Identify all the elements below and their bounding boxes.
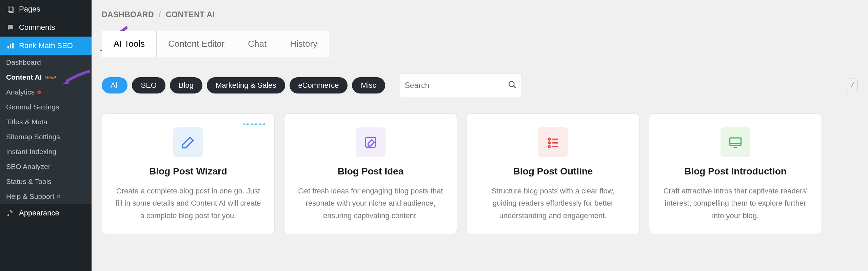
svg-point-5 <box>509 81 514 86</box>
svg-line-6 <box>513 86 516 88</box>
card-title: Blog Post Introduction <box>684 166 787 177</box>
tab-ai-tools[interactable]: AI Tools <box>102 31 157 57</box>
tabs: AI Tools Content Editor Chat History <box>102 31 858 57</box>
svg-point-8 <box>548 138 550 140</box>
sidebar-label: Rank Math SEO <box>19 41 73 50</box>
filter-blog[interactable]: Blog <box>170 77 202 93</box>
card-title: Blog Post Idea <box>338 166 403 177</box>
card-title: Blog Post Outline <box>513 166 593 177</box>
sidebar-subitem-instant-indexing[interactable]: Instant Indexing <box>0 144 92 159</box>
sidebar-item-comments[interactable]: Comments <box>0 18 92 37</box>
card-blog-post-outline[interactable]: Blog Post Outline Structure blog posts w… <box>467 113 639 234</box>
brush-icon <box>6 209 15 217</box>
sidebar-subitem-titles-meta[interactable]: Titles & Meta <box>0 114 92 129</box>
svg-rect-14 <box>730 138 741 145</box>
sidebar-subitem-help-support[interactable]: Help & Support ⧉ <box>0 189 92 204</box>
sidebar-label: Comments <box>19 23 55 32</box>
search-icon <box>508 80 517 90</box>
sidebar-subitem-dashboard[interactable]: Dashboard <box>0 55 92 70</box>
filter-marketing[interactable]: Marketing & Sales <box>207 77 285 93</box>
search-box[interactable] <box>400 74 522 97</box>
card-description: Craft attractive intros that captivate r… <box>662 185 809 222</box>
svg-point-12 <box>548 146 550 148</box>
list-icon <box>538 127 568 157</box>
filter-all[interactable]: All <box>102 77 127 93</box>
note-pencil-icon <box>356 127 386 157</box>
search-input[interactable] <box>405 81 508 90</box>
sidebar-subitem-sitemap-settings[interactable]: Sitemap Settings <box>0 129 92 144</box>
filter-misc[interactable]: Misc <box>352 77 385 93</box>
link-chain-icon: ⊶⊶⊶ <box>242 120 267 128</box>
tab-chat[interactable]: Chat <box>236 31 278 57</box>
svg-rect-2 <box>7 46 9 48</box>
sidebar-label: Appearance <box>19 209 59 217</box>
pencil-icon <box>173 127 203 157</box>
filter-ecommerce[interactable]: eCommerce <box>290 77 348 93</box>
sidebar-subitem-seo-analyzer[interactable]: SEO Analyzer <box>0 159 92 174</box>
svg-rect-3 <box>10 44 11 48</box>
main-content: DASHBOARD / CONTENT AI AI Tools Content … <box>92 0 868 271</box>
tab-history[interactable]: History <box>278 31 329 57</box>
notification-dot-icon <box>37 90 41 94</box>
sidebar-item-appearance[interactable]: Appearance <box>0 204 92 222</box>
breadcrumb-separator: / <box>159 10 161 19</box>
card-blog-post-idea[interactable]: Blog Post Idea Get fresh ideas for engag… <box>284 113 457 234</box>
tab-content-editor[interactable]: Content Editor <box>156 31 236 57</box>
sidebar-subitem-content-ai[interactable]: Content AI New! <box>0 70 92 85</box>
sidebar-subitem-status-tools[interactable]: Status & Tools <box>0 174 92 189</box>
chart-icon <box>6 41 15 50</box>
svg-point-10 <box>548 142 550 144</box>
sidebar-label: Pages <box>19 5 40 14</box>
card-description: Get fresh ideas for engaging blog posts … <box>297 185 445 222</box>
breadcrumb-root[interactable]: DASHBOARD <box>102 10 154 19</box>
card-blog-post-wizard[interactable]: ⊶⊶⊶ Blog Post Wizard Create a complete b… <box>102 113 275 234</box>
sidebar-item-rank-math[interactable]: Rank Math SEO <box>0 37 92 55</box>
card-description: Structure blog posts with a clear flow, … <box>479 185 627 222</box>
svg-rect-4 <box>12 43 14 48</box>
filter-seo[interactable]: SEO <box>132 77 165 93</box>
cards-grid: ⊶⊶⊶ Blog Post Wizard Create a complete b… <box>102 113 858 234</box>
card-blog-post-intro[interactable]: Blog Post Introduction Craft attractive … <box>649 113 822 234</box>
card-description: Create a complete blog post in one go. J… <box>114 185 262 222</box>
sidebar-subitem-analytics[interactable]: Analytics <box>0 85 92 100</box>
comment-icon <box>6 23 15 32</box>
pages-icon <box>6 5 15 14</box>
monitor-icon <box>721 127 750 157</box>
sidebar: Pages Comments Rank Math SEO Dashboard C… <box>0 0 92 271</box>
filters-row: All SEO Blog Marketing & Sales eCommerce… <box>102 74 858 97</box>
breadcrumb-current: CONTENT AI <box>166 10 215 19</box>
external-link-icon: ⧉ <box>57 194 60 200</box>
card-title: Blog Post Wizard <box>149 166 227 177</box>
keyboard-shortcut-hint: / <box>847 79 858 92</box>
sidebar-item-pages[interactable]: Pages <box>0 0 92 18</box>
sidebar-subitem-general-settings[interactable]: General Settings <box>0 100 92 114</box>
new-badge: New! <box>44 75 56 80</box>
breadcrumb: DASHBOARD / CONTENT AI <box>102 0 858 31</box>
